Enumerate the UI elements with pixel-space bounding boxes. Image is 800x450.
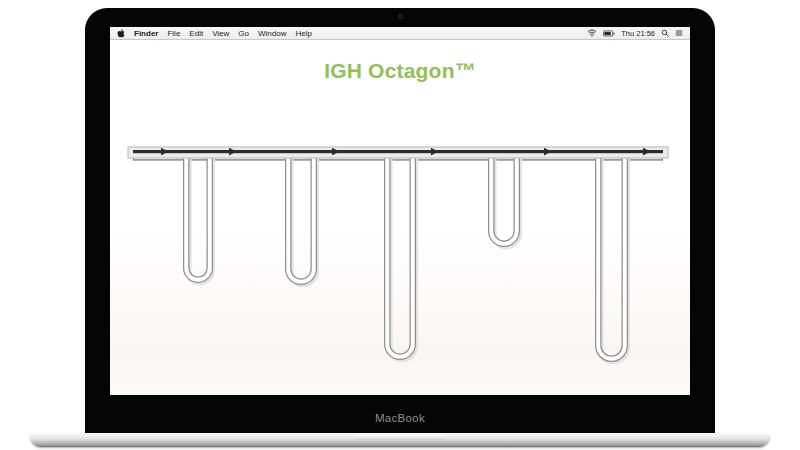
screen-content: Finder File Edit View Go Window Help [110, 27, 690, 395]
macbook-screen-bezel: Finder File Edit View Go Window Help [85, 8, 715, 437]
hinge-notch [355, 433, 445, 440]
loop-diagram [110, 27, 690, 395]
macbook-base [30, 433, 770, 447]
macbook-mockup: Finder File Edit View Go Window Help [0, 0, 800, 450]
macbook-brand-label: MacBook [85, 412, 715, 424]
camera-icon [398, 14, 403, 19]
